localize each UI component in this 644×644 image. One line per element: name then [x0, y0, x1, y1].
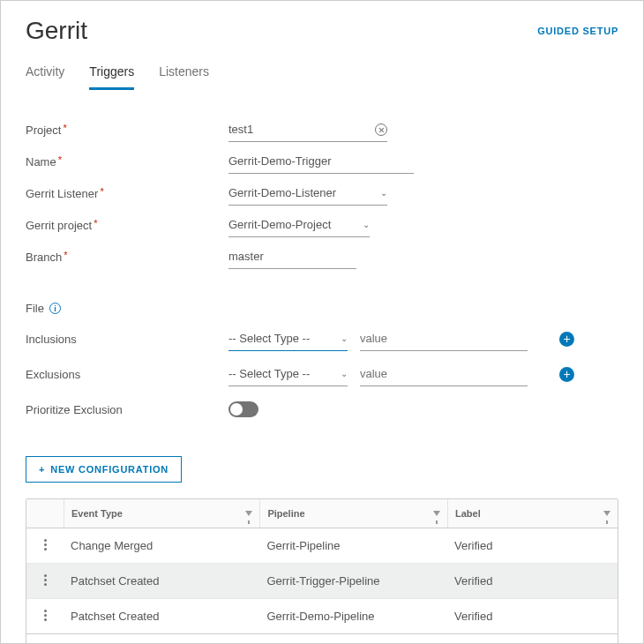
- file-section-label: File: [26, 302, 44, 315]
- configurations-table: Event Type Pipeline Label Change MergedG…: [26, 498, 618, 644]
- row-actions-button[interactable]: [34, 610, 56, 621]
- exclusions-value-input[interactable]: value: [360, 362, 528, 386]
- chevron-down-icon: ⌄: [375, 188, 387, 198]
- chevron-down-icon: ⌄: [357, 220, 370, 229]
- col-event-type[interactable]: Event Type: [71, 508, 123, 519]
- branch-label: Branch*: [26, 251, 228, 264]
- tab-activity[interactable]: Activity: [26, 59, 64, 90]
- plus-icon: +: [39, 464, 45, 475]
- inclusions-type-select[interactable]: -- Select Type -- ⌄: [228, 326, 348, 351]
- filter-icon[interactable]: [603, 511, 610, 516]
- cell-label: Verified: [447, 528, 618, 563]
- chevron-down-icon: ⌄: [335, 333, 348, 343]
- prioritize-exclusion-toggle[interactable]: [228, 401, 258, 417]
- chevron-down-icon: ⌄: [335, 369, 348, 378]
- info-icon[interactable]: i: [49, 303, 61, 314]
- project-label: Project*: [26, 124, 228, 137]
- new-configuration-button[interactable]: + NEW CONFIGURATION: [26, 456, 182, 483]
- page-title: Gerrit: [26, 17, 87, 45]
- cell-pipeline: Gerrit-Pipeline: [259, 528, 447, 563]
- cell-label: Verified: [447, 599, 618, 633]
- row-actions-button[interactable]: [34, 539, 56, 550]
- col-label[interactable]: Label: [455, 508, 481, 519]
- listener-label: Gerrit Listener*: [26, 187, 228, 200]
- clear-icon[interactable]: [375, 124, 387, 136]
- row-actions-button[interactable]: [34, 574, 56, 586]
- exclusions-label: Exclusions: [26, 368, 228, 381]
- name-field[interactable]: Gerrit-Demo-Trigger: [228, 149, 414, 174]
- prioritize-exclusion-label: Prioritize Exclusion: [26, 403, 228, 416]
- table-row[interactable]: Patchset CreatedGerrit-Trigger-PipelineV…: [26, 563, 618, 598]
- cell-event-type: Change Merged: [64, 528, 259, 563]
- branch-field[interactable]: master: [228, 244, 356, 269]
- listener-select[interactable]: Gerrit-Demo-Listener ⌄: [228, 181, 387, 206]
- name-label: Name*: [26, 155, 228, 168]
- cell-label: Verified: [447, 564, 618, 598]
- filter-icon[interactable]: [433, 511, 440, 516]
- filter-icon[interactable]: [245, 511, 252, 516]
- table-row[interactable]: Patchset CreatedGerrit-Demo-PipelineVeri…: [26, 598, 618, 633]
- guided-setup-link[interactable]: GUIDED SETUP: [537, 17, 618, 36]
- tab-triggers[interactable]: Triggers: [89, 59, 134, 90]
- exclusions-type-select[interactable]: -- Select Type -- ⌄: [228, 362, 348, 386]
- table-row[interactable]: Change MergedGerrit-PipelineVerified: [26, 528, 618, 563]
- inclusions-label: Inclusions: [26, 333, 228, 346]
- tab-listeners[interactable]: Listeners: [159, 59, 209, 90]
- gerrit-project-select[interactable]: Gerrit-Demo-Project ⌄: [228, 213, 370, 237]
- tab-bar: Activity Triggers Listeners: [26, 59, 618, 90]
- cell-event-type: Patchset Created: [64, 564, 259, 598]
- inclusions-value-input[interactable]: value: [360, 326, 528, 351]
- add-inclusion-button[interactable]: +: [559, 332, 574, 347]
- cell-pipeline: Gerrit-Trigger-Pipeline: [259, 564, 447, 598]
- table-footer: 3 configurations: [26, 633, 618, 644]
- cell-pipeline: Gerrit-Demo-Pipeline: [259, 599, 447, 633]
- gerrit-project-label: Gerrit project*: [26, 219, 228, 232]
- project-field[interactable]: test1: [228, 117, 387, 142]
- add-exclusion-button[interactable]: +: [559, 367, 574, 382]
- cell-event-type: Patchset Created: [64, 599, 259, 633]
- col-pipeline[interactable]: Pipeline: [267, 508, 304, 519]
